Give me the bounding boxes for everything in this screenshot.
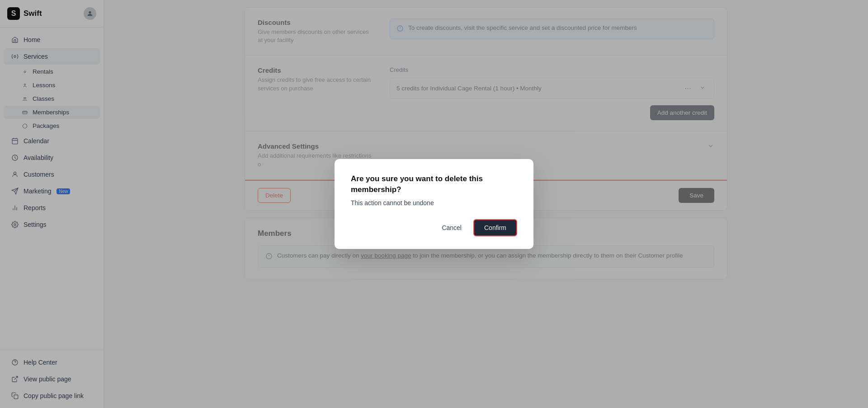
modal-cancel-button[interactable]: Cancel [434, 220, 469, 235]
modal-overlay: Are you sure you want to delete this mem… [0, 0, 868, 408]
delete-confirmation-modal: Are you sure you want to delete this mem… [335, 159, 533, 249]
modal-body: This action cannot be undone [351, 199, 517, 206]
modal-title: Are you sure you want to delete this mem… [351, 174, 517, 195]
modal-actions: Cancel Confirm [351, 219, 517, 236]
modal-confirm-button[interactable]: Confirm [473, 219, 517, 236]
